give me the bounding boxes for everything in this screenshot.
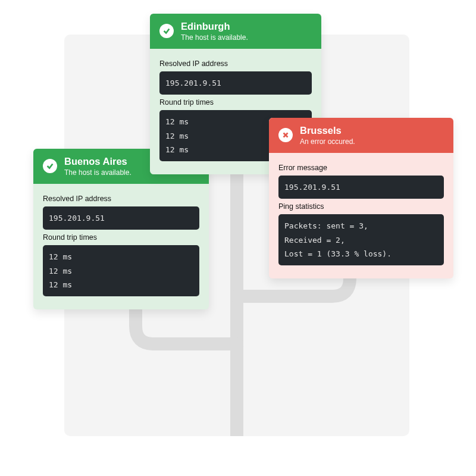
card-subtitle: An error occured.: [300, 137, 355, 146]
error-value: 195.201.9.51: [278, 176, 444, 199]
card-subtitle: The host is available.: [181, 33, 248, 42]
card-body: Resolved IP address 195.201.9.51 Round t…: [33, 184, 209, 310]
card-header: Edinburgh The host is available.: [150, 14, 321, 49]
card-title: Buenos Aires: [64, 156, 131, 168]
section-label-ping-stats: Ping statistics: [278, 202, 444, 211]
section-label-rtt: Round trip times: [159, 98, 312, 107]
ip-value: 195.201.9.51: [43, 206, 199, 230]
ip-value: 195.201.9.51: [159, 71, 312, 95]
status-card-brussels: Brussels An error occured. Error message…: [269, 118, 453, 278]
section-label-rtt: Round trip times: [43, 233, 199, 242]
check-icon: [159, 24, 174, 38]
card-subtitle: The host is available.: [64, 168, 131, 177]
section-label-error: Error message: [278, 164, 444, 172]
card-title: Edinburgh: [181, 21, 248, 33]
rtt-values: 12 ms 12 ms 12 ms: [43, 245, 199, 296]
card-header: Brussels An error occured.: [269, 118, 453, 153]
section-label-ip: Resolved IP address: [43, 195, 199, 203]
card-title: Brussels: [300, 125, 355, 137]
close-icon: [278, 128, 293, 142]
ping-stats: Packets: sent = 3, Received = 2, Lost = …: [278, 214, 444, 265]
card-body: Error message 195.201.9.51 Ping statisti…: [269, 153, 453, 279]
section-label-ip: Resolved IP address: [159, 60, 312, 68]
check-icon: [43, 159, 57, 173]
